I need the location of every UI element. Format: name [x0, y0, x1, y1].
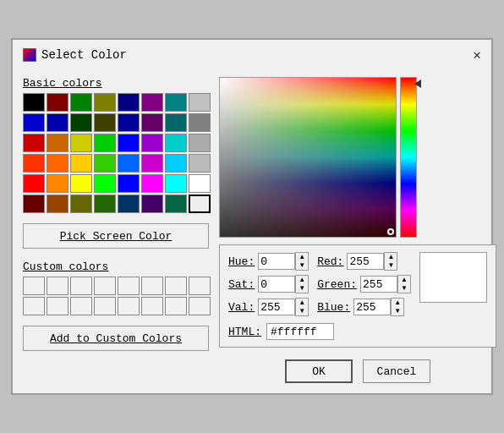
- color-picker-area: [219, 77, 496, 238]
- basic-color-cell[interactable]: [189, 195, 211, 213]
- basic-color-cell[interactable]: [141, 93, 163, 112]
- basic-color-cell[interactable]: [23, 174, 45, 193]
- custom-color-cell[interactable]: [47, 277, 68, 295]
- basic-color-cell[interactable]: [23, 93, 45, 112]
- basic-color-cell[interactable]: [47, 154, 68, 173]
- custom-color-cell[interactable]: [141, 277, 163, 295]
- blue-input[interactable]: [353, 299, 391, 315]
- basic-color-cell[interactable]: [94, 195, 116, 213]
- val-spin-down[interactable]: ▼: [296, 307, 308, 315]
- basic-color-cell[interactable]: [94, 113, 116, 132]
- basic-color-cell[interactable]: [189, 174, 211, 193]
- basic-color-cell[interactable]: [118, 195, 140, 213]
- close-button[interactable]: ✕: [473, 47, 481, 63]
- custom-color-cell[interactable]: [23, 277, 45, 295]
- basic-color-cell[interactable]: [189, 113, 211, 132]
- basic-color-cell[interactable]: [23, 113, 45, 132]
- hue-arrow: [414, 79, 421, 88]
- custom-color-cell[interactable]: [141, 297, 163, 315]
- basic-color-cell[interactable]: [118, 154, 140, 173]
- basic-color-cell[interactable]: [165, 154, 187, 173]
- custom-color-cell[interactable]: [94, 297, 116, 315]
- basic-color-cell[interactable]: [70, 93, 92, 112]
- basic-color-cell[interactable]: [165, 134, 187, 152]
- hue-slider[interactable]: [400, 77, 417, 238]
- val-spin-up[interactable]: ▲: [296, 299, 308, 307]
- ok-button[interactable]: OK: [285, 359, 353, 383]
- custom-colors-section: Custom colors: [23, 260, 211, 319]
- custom-color-cell[interactable]: [118, 277, 140, 295]
- basic-color-cell[interactable]: [47, 134, 68, 152]
- red-spin-up[interactable]: ▲: [385, 253, 397, 261]
- cancel-button[interactable]: Cancel: [363, 359, 430, 383]
- basic-color-cell[interactable]: [47, 195, 68, 213]
- custom-color-cell[interactable]: [165, 297, 187, 315]
- hue-spin-up[interactable]: ▲: [296, 253, 308, 261]
- val-input[interactable]: [258, 299, 295, 315]
- green-spin-down[interactable]: ▼: [398, 284, 410, 293]
- custom-color-cell[interactable]: [23, 297, 45, 315]
- basic-color-cell[interactable]: [70, 195, 92, 213]
- basic-color-cell[interactable]: [94, 154, 116, 173]
- basic-color-cell[interactable]: [165, 174, 187, 193]
- custom-color-cell[interactable]: [94, 277, 116, 295]
- basic-color-cell[interactable]: [94, 174, 116, 193]
- basic-color-cell[interactable]: [70, 113, 92, 132]
- left-panel: Basic colors Pick Screen Color Custom co…: [23, 77, 211, 383]
- blue-spin-down[interactable]: ▼: [392, 307, 403, 315]
- red-input-spinner: ▲ ▼: [347, 252, 397, 271]
- custom-color-cell[interactable]: [118, 297, 140, 315]
- basic-color-cell[interactable]: [118, 134, 140, 152]
- basic-color-cell[interactable]: [94, 93, 116, 112]
- custom-color-cell[interactable]: [70, 297, 92, 315]
- sat-spin-up[interactable]: ▲: [296, 276, 308, 284]
- basic-color-cell[interactable]: [141, 154, 163, 173]
- custom-color-cell[interactable]: [189, 297, 211, 315]
- basic-color-cell[interactable]: [189, 154, 211, 173]
- basic-color-cell[interactable]: [141, 174, 163, 193]
- green-spinner: ▲ ▼: [397, 275, 411, 293]
- basic-color-cell[interactable]: [94, 134, 116, 152]
- hue-input[interactable]: [258, 253, 295, 270]
- blue-spinner: ▲ ▼: [391, 298, 404, 316]
- blue-spin-up[interactable]: ▲: [392, 299, 403, 307]
- basic-color-cell[interactable]: [141, 134, 163, 152]
- html-input[interactable]: [266, 323, 334, 340]
- custom-color-cell[interactable]: [165, 277, 187, 295]
- basic-color-cell[interactable]: [23, 195, 45, 213]
- green-row: Green: ▲ ▼: [317, 275, 411, 293]
- basic-color-cell[interactable]: [70, 134, 92, 152]
- basic-color-cell[interactable]: [165, 113, 187, 132]
- green-input-spinner: ▲ ▼: [360, 275, 411, 293]
- green-spin-up[interactable]: ▲: [398, 276, 410, 284]
- green-input[interactable]: [360, 276, 397, 293]
- custom-color-cell[interactable]: [189, 277, 211, 295]
- basic-color-cell[interactable]: [189, 134, 211, 152]
- basic-color-cell[interactable]: [70, 154, 92, 173]
- sat-spinner: ▲ ▼: [295, 275, 309, 293]
- basic-color-cell[interactable]: [118, 113, 140, 132]
- add-custom-button[interactable]: Add to Custom Colors: [23, 326, 209, 351]
- basic-color-cell[interactable]: [70, 174, 92, 193]
- hue-spin-down[interactable]: ▼: [296, 261, 308, 270]
- pick-screen-button[interactable]: Pick Screen Color: [23, 223, 209, 249]
- basic-color-cell[interactable]: [47, 174, 68, 193]
- basic-color-cell[interactable]: [118, 93, 140, 112]
- basic-color-cell[interactable]: [23, 134, 45, 152]
- basic-color-cell[interactable]: [118, 174, 140, 193]
- basic-color-cell[interactable]: [23, 154, 45, 173]
- basic-color-cell[interactable]: [141, 195, 163, 213]
- basic-color-cell[interactable]: [47, 93, 68, 112]
- custom-color-cell[interactable]: [47, 297, 68, 315]
- basic-color-cell[interactable]: [165, 93, 187, 112]
- basic-color-cell[interactable]: [47, 113, 68, 132]
- red-spin-down[interactable]: ▼: [385, 261, 397, 270]
- basic-color-cell[interactable]: [141, 113, 163, 132]
- spectrum-canvas[interactable]: [219, 77, 397, 238]
- custom-color-cell[interactable]: [70, 277, 92, 295]
- sat-input[interactable]: [258, 276, 295, 293]
- sat-spin-down[interactable]: ▼: [296, 284, 308, 293]
- basic-color-cell[interactable]: [189, 93, 211, 112]
- red-input[interactable]: [347, 253, 384, 270]
- basic-color-cell[interactable]: [165, 195, 187, 213]
